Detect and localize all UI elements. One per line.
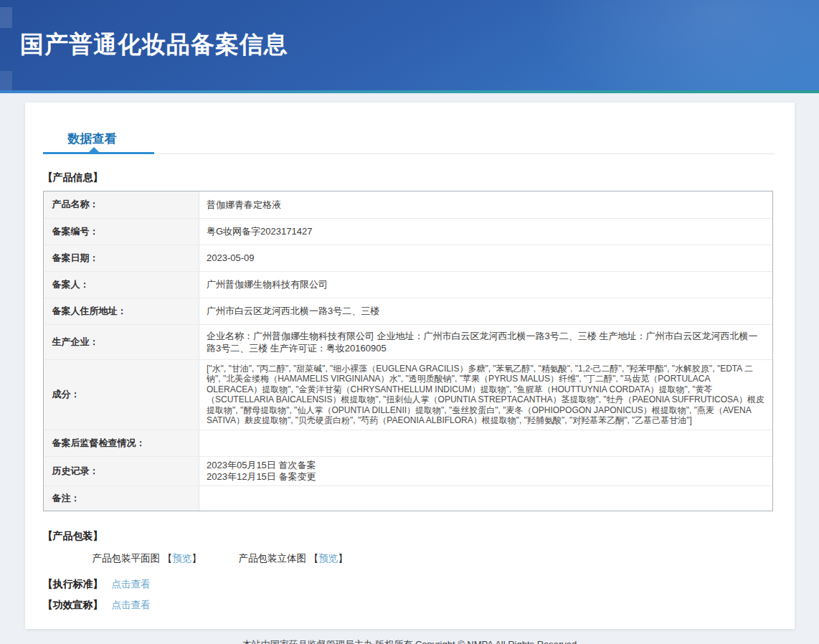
tab-arrow-icon [88, 147, 100, 153]
content-card: 数据查看 【产品信息】 产品名称： 普伽娜青春定格液 备案编号： 粤G妆网备字2… [25, 103, 795, 629]
header-glow-decoration [532, 0, 819, 93]
row-label: 备案后监督检查情况： [44, 430, 199, 456]
row-value: 普伽娜青春定格液 [199, 191, 772, 218]
row-value: 广州市白云区龙河西北横一路3号二、三楼 [199, 298, 772, 324]
bracket-open: 【 [163, 553, 173, 564]
preview-stereo-link[interactable]: 预览 [318, 553, 338, 564]
table-row: 备案后监督检查情况： [44, 430, 772, 456]
section-title-packaging: 【产品包装】 [43, 530, 795, 543]
table-row: 备注： [44, 486, 772, 511]
section-title-product-info: 【产品信息】 [43, 171, 795, 184]
standard-row: 【执行标准】点击查看 [43, 578, 795, 591]
packaging-flat-item: 产品包装平面图 【预览】 [93, 553, 204, 564]
table-row: 备案人住所地址： 广州市白云区龙河西北横一路3号二、三楼 [44, 298, 772, 324]
table-row: 生产企业： 企业名称：广州普伽娜生物科技有限公司 企业地址：广州市白云区龙河西北… [44, 324, 772, 359]
page-header: 国产普通化妆品备案信息 [0, 0, 819, 93]
table-row: 备案日期： 2023-05-09 [44, 245, 772, 271]
header-accent-line [0, 90, 819, 93]
row-value: 2023-05-09 [199, 245, 772, 271]
preview-flat-link[interactable]: 预览 [172, 553, 191, 564]
header-decoration-square-top [0, 7, 12, 28]
row-label: 备注： [44, 486, 199, 511]
packaging-stereo-item: 产品包装立体图 【预览】 [239, 553, 348, 564]
efficacy-view-link[interactable]: 点击查看 [112, 600, 151, 610]
header-decoration-square-bottom [0, 71, 12, 93]
row-value: 企业名称：广州普伽娜生物科技有限公司 企业地址：广州市白云区龙河西北横一路3号二… [199, 324, 772, 359]
history-line: 2023年05月15日 首次备案 [207, 460, 765, 471]
row-label: 历史记录： [44, 456, 199, 486]
packaging-flat-label: 产品包装平面图 [93, 553, 161, 564]
row-value-history: 2023年05月15日 首次备案 2023年12月15日 备案变更 [199, 456, 772, 486]
packaging-row: 产品包装平面图 【预览】 产品包装立体图 【预览】 [93, 552, 795, 565]
row-value: 粤G妆网备字2023171427 [199, 218, 772, 245]
row-value: 广州普伽娜生物科技有限公司 [199, 271, 772, 298]
row-value-ingredients: ["水", "甘油", "丙二醇", "甜菜碱", "细小裸藻（EUGLENA … [199, 359, 772, 430]
tab-data-view[interactable]: 数据查看 [25, 103, 117, 153]
page-title: 国产普通化妆品备案信息 [20, 29, 288, 61]
table-row: 备案编号： 粤G妆网备字2023171427 [44, 218, 772, 245]
efficacy-row: 【功效宣称】点击查看 [43, 599, 795, 612]
history-line: 2023年12月15日 备案变更 [207, 471, 765, 483]
page-footer: 本站由国家药品监督管理局主办 版权所有 Copyright © NMPA All… [0, 629, 819, 644]
table-row: 成分： ["水", "甘油", "丙二醇", "甜菜碱", "细小裸藻（EUGL… [44, 359, 772, 430]
row-label: 产品名称： [44, 191, 199, 218]
bracket-open: 【 [309, 553, 319, 564]
packaging-stereo-label: 产品包装立体图 [239, 553, 307, 564]
row-label: 生产企业： [44, 324, 199, 359]
bracket-close: 】 [338, 553, 348, 564]
standard-view-link[interactable]: 点击查看 [112, 579, 151, 589]
bracket-close: 】 [191, 553, 202, 564]
row-label: 备案人： [44, 271, 199, 298]
product-info-table: 产品名称： 普伽娜青春定格液 备案编号： 粤G妆网备字2023171427 备案… [43, 191, 773, 511]
row-label: 备案人住所地址： [44, 298, 199, 324]
row-label: 备案日期： [44, 245, 199, 271]
row-value [199, 486, 772, 511]
row-label: 备案编号： [44, 218, 199, 245]
efficacy-label: 【功效宣称】 [43, 599, 103, 610]
table-row: 产品名称： 普伽娜青春定格液 [44, 191, 772, 218]
table-row: 备案人： 广州普伽娜生物科技有限公司 [44, 271, 772, 298]
table-row: 历史记录： 2023年05月15日 首次备案 2023年12月15日 备案变更 [44, 456, 772, 486]
row-label: 成分： [44, 359, 199, 430]
tab-rule [43, 153, 775, 154]
standard-label: 【执行标准】 [43, 578, 103, 589]
row-value [199, 430, 772, 456]
